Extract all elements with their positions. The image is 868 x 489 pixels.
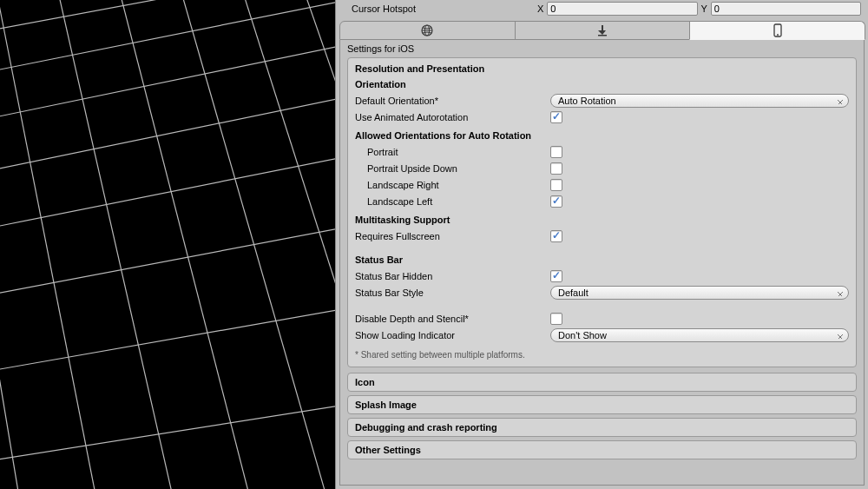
status-bar-heading: Status Bar bbox=[355, 254, 849, 265]
inspector-panel: Cursor Hotspot X Y bbox=[335, 0, 868, 489]
landscape-left-label: Landscape Left bbox=[355, 196, 550, 207]
splash-image-section[interactable]: Splash Image bbox=[347, 395, 857, 414]
tab-web[interactable] bbox=[339, 21, 516, 40]
x-axis-label: X bbox=[534, 3, 547, 14]
default-orientation-dropdown[interactable]: Auto Rotation bbox=[550, 94, 849, 108]
portrait-label: Portrait bbox=[355, 147, 550, 157]
y-axis-label: Y bbox=[698, 3, 711, 14]
tab-mobile[interactable] bbox=[689, 21, 865, 40]
use-animated-autorotation-checkbox[interactable] bbox=[550, 111, 562, 123]
globe-icon bbox=[420, 23, 434, 37]
disable-depth-stencil-checkbox[interactable] bbox=[550, 313, 562, 325]
use-animated-autorotation-label: Use Animated Autorotation bbox=[355, 112, 550, 122]
requires-fullscreen-checkbox[interactable] bbox=[550, 230, 562, 242]
landscape-right-checkbox[interactable] bbox=[550, 179, 562, 191]
status-bar-style-dropdown[interactable]: Default bbox=[550, 286, 849, 300]
cursor-hotspot-row: Cursor Hotspot X Y bbox=[336, 0, 868, 19]
status-bar-hidden-checkbox[interactable] bbox=[550, 270, 562, 282]
debugging-section[interactable]: Debugging and crash reporting bbox=[347, 418, 857, 437]
show-loading-indicator-dropdown[interactable]: Don't Show bbox=[550, 328, 849, 342]
settings-title: Settings for iOS bbox=[347, 43, 857, 54]
mobile-icon bbox=[773, 23, 783, 37]
tab-download[interactable] bbox=[515, 21, 691, 40]
requires-fullscreen-label: Requires Fullscreen bbox=[355, 231, 550, 241]
disable-depth-stencil-label: Disable Depth and Stencil* bbox=[355, 314, 550, 324]
portrait-checkbox[interactable] bbox=[550, 146, 562, 158]
portrait-upside-down-checkbox[interactable] bbox=[550, 162, 562, 175]
settings-panel: Settings for iOS Resolution and Presenta… bbox=[339, 40, 865, 486]
allowed-orientations-heading: Allowed Orientations for Auto Rotation bbox=[355, 130, 849, 141]
default-orientation-label: Default Orientation* bbox=[355, 96, 550, 106]
landscape-right-label: Landscape Right bbox=[355, 180, 550, 190]
svg-rect-21 bbox=[598, 35, 607, 36]
svg-rect-0 bbox=[0, 0, 335, 489]
resolution-presentation-section: Resolution and Presentation Orientation … bbox=[347, 57, 857, 367]
scene-viewport[interactable] bbox=[0, 0, 335, 489]
resolution-heading: Resolution and Presentation bbox=[355, 63, 849, 74]
multitasking-heading: Multitasking Support bbox=[355, 215, 849, 225]
landscape-left-checkbox[interactable] bbox=[550, 195, 562, 208]
cursor-hotspot-x-input[interactable] bbox=[547, 2, 697, 16]
show-loading-indicator-label: Show Loading Indicator bbox=[355, 330, 550, 340]
status-bar-hidden-label: Status Bar Hidden bbox=[355, 271, 550, 281]
cursor-hotspot-y-input[interactable] bbox=[711, 2, 861, 16]
portrait-upside-down-label: Portrait Upside Down bbox=[355, 163, 550, 174]
icon-section[interactable]: Icon bbox=[347, 373, 857, 392]
other-settings-section[interactable]: Other Settings bbox=[347, 440, 857, 459]
platform-tabs bbox=[339, 21, 865, 40]
orientation-heading: Orientation bbox=[355, 79, 849, 89]
status-bar-style-label: Status Bar Style bbox=[355, 287, 550, 298]
cursor-hotspot-label: Cursor Hotspot bbox=[352, 3, 534, 14]
svg-point-23 bbox=[777, 34, 779, 36]
shared-setting-footnote: * Shared setting between multiple platfo… bbox=[355, 350, 849, 360]
download-icon bbox=[596, 24, 608, 36]
